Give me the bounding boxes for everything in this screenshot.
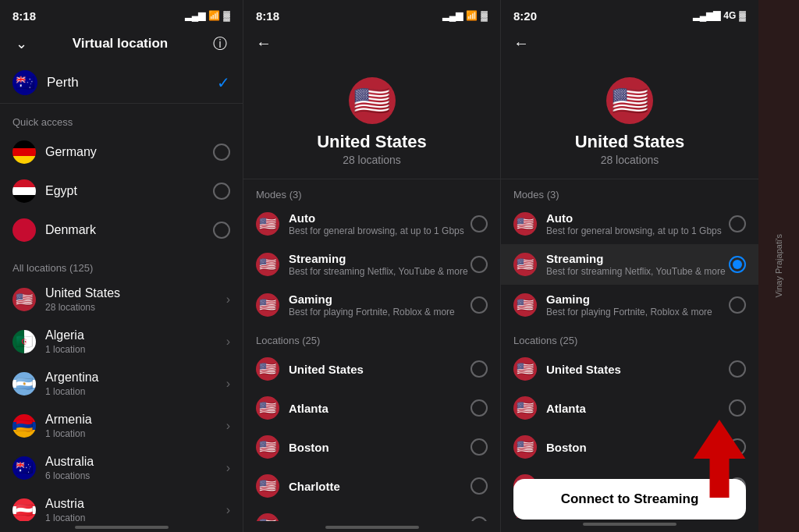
mode-auto-radio-2 xyxy=(471,215,488,232)
location-charlotte-name-2: Charlotte xyxy=(289,480,471,493)
armenia-flag: 🇦🇲 xyxy=(12,414,36,438)
time-1: 8:18 xyxy=(12,9,36,23)
wifi-icon-2: 📶 xyxy=(466,10,478,21)
us-scroll-2[interactable]: 🇺🇸 United States 28 locations Modes (3) … xyxy=(243,62,500,521)
mode-streaming-flag-3: 🇺🇸 xyxy=(513,253,537,276)
armenia-name: Armenia xyxy=(45,413,226,427)
us-scroll-3[interactable]: 🇺🇸 United States 28 locations Modes (3) … xyxy=(501,62,758,518)
nav-bar-2: ← xyxy=(243,28,500,62)
list-item-australia[interactable]: 🇦🇺 Australia 6 locations › xyxy=(0,447,243,489)
mode-streaming-text-2: Streaming Best for streaming Netflix, Yo… xyxy=(289,252,471,277)
location-atlanta-2[interactable]: 🇺🇸 Atlanta xyxy=(243,388,500,427)
location-us-name-3: United States xyxy=(546,363,729,376)
location-us-flag-3: 🇺🇸 xyxy=(513,357,537,381)
location-chicago-flag-2: 🇺🇸 xyxy=(256,513,279,521)
home-bar-1 xyxy=(75,526,169,529)
location-charlotte-flag-2: 🇺🇸 xyxy=(256,474,279,498)
status-icons-1: ▂▄▆ 📶 ▓ xyxy=(185,10,230,21)
mode-gaming-name-3: Gaming xyxy=(546,293,729,306)
info-button[interactable]: ⓘ xyxy=(210,31,230,56)
mode-auto-2[interactable]: 🇺🇸 Auto Best for general browsing, at up… xyxy=(243,204,500,244)
list-item-germany[interactable]: Germany xyxy=(0,133,243,172)
denmark-name: Denmark xyxy=(45,223,213,237)
location-atlanta-flag-2: 🇺🇸 xyxy=(256,396,279,420)
location-chicago-2[interactable]: 🇺🇸 Chicago xyxy=(243,505,500,521)
mode-streaming-text-3: Streaming Best for streaming Netflix, Yo… xyxy=(546,252,729,277)
location-boston-3[interactable]: 🇺🇸 Boston xyxy=(501,427,758,466)
back-button-2[interactable]: ← xyxy=(256,31,278,55)
location-atlanta-radio-2 xyxy=(471,399,488,417)
battery-icon-3: ▓ xyxy=(739,10,746,21)
location-list-scroll[interactable]: 🇦🇺 Perth ✓ Quick access Germany Egypt De… xyxy=(0,62,243,521)
back-button-3[interactable]: ← xyxy=(513,31,535,55)
mode-gaming-name-2: Gaming xyxy=(289,293,471,306)
argentina-chevron: › xyxy=(226,377,230,391)
location-boston-name-2: Boston xyxy=(289,441,471,454)
location-atlanta-text-2: Atlanta xyxy=(289,402,471,415)
mode-auto-name-2: Auto xyxy=(289,211,471,225)
panel-virtual-location: 8:18 ▂▄▆ 📶 ▓ ⌄ Virtual location ⓘ 🇦🇺 Per… xyxy=(0,0,243,532)
mode-streaming-desc-2: Best for streaming Netflix, YouTube & mo… xyxy=(289,266,471,277)
location-boston-2[interactable]: 🇺🇸 Boston xyxy=(243,427,500,466)
country-header-3: 🇺🇸 United States 28 locations xyxy=(501,62,758,179)
connect-to-streaming-button[interactable]: Connect to Streaming xyxy=(513,479,746,520)
signal-icon-3: ▂▄▆▇ xyxy=(693,10,721,21)
mode-gaming-desc-2: Best for playing Fortnite, Roblox & more xyxy=(289,307,471,317)
mode-auto-text-3: Auto Best for general browsing, at up to… xyxy=(546,211,729,236)
mode-gaming-flag-3: 🇺🇸 xyxy=(513,293,537,317)
mode-gaming-2[interactable]: 🇺🇸 Gaming Best for playing Fortnite, Rob… xyxy=(243,285,500,325)
austria-flag: 🇦🇹 xyxy=(12,498,36,521)
mode-streaming-name-3: Streaming xyxy=(546,252,729,265)
location-us-text-2: United States xyxy=(289,363,471,376)
location-charlotte-2[interactable]: 🇺🇸 Charlotte xyxy=(243,466,500,505)
time-3: 8:20 xyxy=(513,9,537,23)
home-indicator-2 xyxy=(243,521,500,532)
mode-gaming-3[interactable]: 🇺🇸 Gaming Best for playing Fortnite, Rob… xyxy=(501,285,758,325)
location-boston-flag-3: 🇺🇸 xyxy=(513,435,537,459)
mode-auto-text-2: Auto Best for general browsing, at up to… xyxy=(289,211,471,236)
us-flag-large-3: 🇺🇸 xyxy=(606,77,653,124)
us-flag: 🇺🇸 xyxy=(12,288,36,311)
home-indicator-1 xyxy=(0,521,243,532)
current-location-item[interactable]: 🇦🇺 Perth ✓ xyxy=(0,62,243,104)
mode-auto-flag-2: 🇺🇸 xyxy=(256,212,279,236)
mode-streaming-3[interactable]: 🇺🇸 Streaming Best for streaming Netflix,… xyxy=(501,244,758,285)
mode-gaming-desc-3: Best for playing Fortnite, Roblox & more xyxy=(546,307,729,317)
mode-auto-3[interactable]: 🇺🇸 Auto Best for general browsing, at up… xyxy=(501,204,758,244)
mode-streaming-radio-2 xyxy=(471,256,488,273)
mode-streaming-2[interactable]: 🇺🇸 Streaming Best for streaming Netflix,… xyxy=(243,244,500,285)
location-us-2[interactable]: 🇺🇸 United States xyxy=(243,349,500,388)
location-us-radio-2 xyxy=(471,360,488,378)
mode-gaming-text-2: Gaming Best for playing Fortnite, Roblox… xyxy=(289,293,471,317)
list-item-denmark[interactable]: Denmark xyxy=(0,211,243,250)
algeria-flag: 🇩🇿 xyxy=(12,330,36,353)
denmark-radio xyxy=(213,222,230,239)
location-us-3[interactable]: 🇺🇸 United States xyxy=(501,349,758,388)
australia-text: Australia 6 locations xyxy=(45,455,226,481)
australia-name: Australia xyxy=(45,455,226,469)
mode-streaming-desc-3: Best for streaming Netflix, YouTube & mo… xyxy=(546,266,729,277)
status-bar-2: 8:18 ▂▄▆ 📶 ▓ xyxy=(243,0,500,28)
list-item-algeria[interactable]: 🇩🇿 Algeria 1 location › xyxy=(0,321,243,363)
chevron-down-button[interactable]: ⌄ xyxy=(12,32,30,55)
list-item-austria[interactable]: 🇦🇹 Austria 1 location › xyxy=(0,489,243,521)
list-item-armenia[interactable]: 🇦🇲 Armenia 1 location › xyxy=(0,405,243,447)
algeria-sub: 1 location xyxy=(45,344,226,355)
panel-us-locations: 8:18 ▂▄▆ 📶 ▓ ← 🇺🇸 United States 28 locat… xyxy=(243,0,501,532)
us-chevron: › xyxy=(226,293,230,307)
battery-icon-1: ▓ xyxy=(223,10,230,21)
list-item-argentina[interactable]: 🇦🇷 Argentina 1 location › xyxy=(0,363,243,405)
mode-auto-desc-3: Best for general browsing, at up to 1 Gb… xyxy=(546,225,729,236)
germany-radio xyxy=(213,144,230,161)
list-item-us[interactable]: 🇺🇸 United States 28 locations › xyxy=(0,278,243,321)
us-sub: 28 locations xyxy=(45,302,226,313)
location-atlanta-3[interactable]: 🇺🇸 Atlanta xyxy=(501,388,758,427)
germany-flag xyxy=(12,140,36,164)
list-item-egypt[interactable]: Egypt xyxy=(0,172,243,211)
armenia-sub: 1 location xyxy=(45,428,226,439)
quick-access-header: Quick access xyxy=(0,104,243,133)
argentina-sub: 1 location xyxy=(45,386,226,397)
mode-gaming-text-3: Gaming Best for playing Fortnite, Roblox… xyxy=(546,293,729,317)
side-bar: Vinay Prajapati's xyxy=(758,0,799,532)
us-flag-large-2: 🇺🇸 xyxy=(349,77,396,124)
